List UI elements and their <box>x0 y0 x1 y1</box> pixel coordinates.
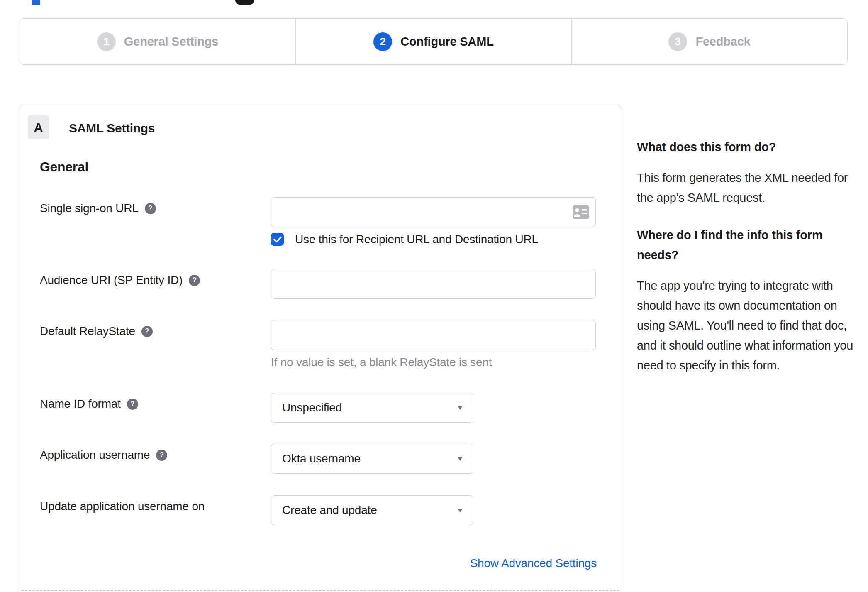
help-question-1: What does this form do? <box>637 137 853 157</box>
update-app-username-label: Update application username on <box>40 499 205 514</box>
sso-url-input[interactable] <box>271 197 596 227</box>
section-title: SAML Settings <box>69 121 155 135</box>
default-relaystate-label: Default RelayState ? <box>40 324 153 339</box>
step-general-settings[interactable]: 1 General Settings <box>20 19 295 64</box>
name-id-format-value: Unspecified <box>282 401 342 414</box>
contact-card-icon[interactable] <box>573 205 589 219</box>
sso-url-input-wrap <box>271 197 596 227</box>
sso-url-label: Single sign-on URL ? <box>40 201 156 216</box>
step-configure-saml[interactable]: 2 Configure SAML <box>295 19 571 64</box>
help-question-2: Where do I find the info this form needs… <box>637 225 853 265</box>
step-1-number-badge: 1 <box>97 32 116 51</box>
section-a-badge: A <box>28 115 49 139</box>
chevron-down-icon: ▼ <box>457 507 464 514</box>
chevron-down-icon: ▼ <box>457 455 464 462</box>
chevron-down-icon: ▼ <box>457 404 464 411</box>
name-id-format-label-text: Name ID format <box>40 397 121 411</box>
wizard-stepper: 1 General Settings 2 Configure SAML 3 Fe… <box>20 18 848 65</box>
relaystate-hint: If no value is set, a blank RelayState i… <box>271 356 492 369</box>
application-username-label: Application username ? <box>40 448 167 462</box>
step-3-number-badge: 3 <box>668 32 687 51</box>
name-id-format-select[interactable]: Unspecified ▼ <box>271 393 473 423</box>
help-icon[interactable]: ? <box>189 275 200 286</box>
saml-settings-panel: A SAML Settings General Single sign-on U… <box>20 105 621 592</box>
step-2-label: Configure SAML <box>400 35 493 49</box>
recipient-url-checkbox-label[interactable]: Use this for Recipient URL and Destinati… <box>295 233 538 246</box>
update-app-username-value: Create and update <box>282 504 377 517</box>
recipient-url-checkbox[interactable] <box>271 233 284 246</box>
section-divider-dashed <box>21 590 619 591</box>
checkmark-icon <box>273 236 282 243</box>
step-3-label: Feedback <box>695 35 750 49</box>
application-username-select[interactable]: Okta username ▼ <box>271 444 473 474</box>
application-username-value: Okta username <box>282 452 361 465</box>
name-id-format-label: Name ID format ? <box>40 396 138 411</box>
step-2-number-badge: 2 <box>373 32 392 51</box>
help-answer-2: The app you're trying to integrate with … <box>637 276 853 375</box>
configure-saml-page: 1 General Settings 2 Configure SAML 3 Fe… <box>0 0 868 592</box>
cropped-dark-fragment <box>235 0 254 5</box>
update-app-username-label-text: Update application username on <box>40 500 205 513</box>
audience-uri-label-text: Audience URI (SP Entity ID) <box>40 274 183 287</box>
help-icon[interactable]: ? <box>127 399 138 410</box>
help-icon[interactable]: ? <box>145 203 156 214</box>
help-sidebar: What does this form do? This form genera… <box>637 137 853 393</box>
help-answer-1: This form generates the XML needed for t… <box>637 168 853 208</box>
general-group-title: General <box>40 159 88 175</box>
step-feedback[interactable]: 3 Feedback <box>571 19 847 64</box>
sso-url-label-text: Single sign-on URL <box>40 202 139 215</box>
default-relaystate-label-text: Default RelayState <box>40 325 135 338</box>
default-relaystate-input[interactable] <box>271 320 596 350</box>
application-username-label-text: Application username <box>40 448 150 462</box>
help-icon[interactable]: ? <box>156 450 167 461</box>
audience-uri-input[interactable] <box>271 269 596 299</box>
step-1-label: General Settings <box>124 35 218 49</box>
audience-uri-label: Audience URI (SP Entity ID) ? <box>40 273 200 288</box>
update-app-username-select[interactable]: Create and update ▼ <box>271 495 473 525</box>
cropped-blue-fragment <box>32 0 40 5</box>
help-icon[interactable]: ? <box>141 326 153 337</box>
show-advanced-settings-link[interactable]: Show Advanced Settings <box>470 557 597 570</box>
